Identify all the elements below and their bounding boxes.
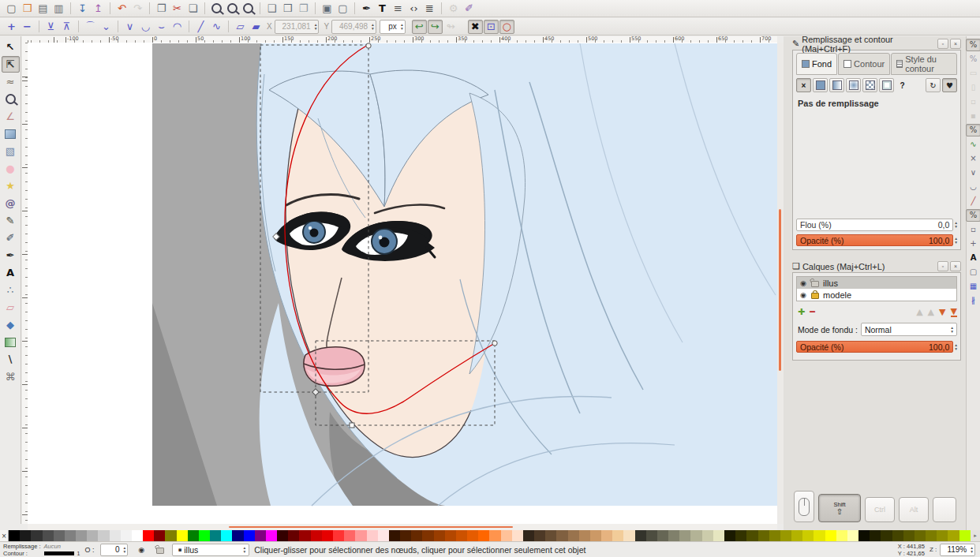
palette-swatch[interactable] xyxy=(501,530,512,541)
eye-icon[interactable]: ◉ xyxy=(799,279,807,287)
spinner-arrows-icon[interactable]: ▴▾ xyxy=(955,237,957,245)
palette-swatch[interactable] xyxy=(937,530,948,541)
tool-spray[interactable]: ∴ xyxy=(2,282,20,298)
palette-swatch[interactable] xyxy=(378,530,389,541)
palette-swatch[interactable] xyxy=(512,530,523,541)
palette-swatch[interactable] xyxy=(54,530,65,541)
tool-rect[interactable] xyxy=(2,125,20,142)
blur-input[interactable]: Flou (%) 0,0 xyxy=(796,219,953,231)
palette-swatch[interactable] xyxy=(43,530,54,541)
palette-swatch[interactable] xyxy=(221,530,232,541)
spinner-arrows-icon[interactable]: ▴▾ xyxy=(955,343,957,351)
palette-swatch[interactable] xyxy=(870,530,881,541)
panel-close-button[interactable]: × xyxy=(950,261,961,271)
palette-swatch[interactable] xyxy=(132,530,143,541)
palette-swatch[interactable] xyxy=(791,530,802,541)
snap-cusp-nodes[interactable]: ∨ xyxy=(966,166,980,179)
delete-layer-button[interactable]: ━ xyxy=(810,307,815,317)
object-opacity-input[interactable]: 0 ▴▾ xyxy=(100,544,128,556)
import[interactable]: ↧ xyxy=(75,2,90,16)
spinner-arrows-icon[interactable]: ▴▾ xyxy=(123,546,125,554)
palette-swatch[interactable] xyxy=(277,530,288,541)
node-auto[interactable]: ◠ xyxy=(170,20,185,34)
tab-contour[interactable]: Contour xyxy=(838,53,890,75)
blend-mode-select[interactable]: Normal ▴▾ xyxy=(861,323,957,336)
add-layer-button[interactable]: ✚ xyxy=(798,307,805,317)
fill-unknown-button[interactable]: ? xyxy=(896,79,909,92)
spinner-arrows-icon[interactable]: ▴▾ xyxy=(243,546,245,554)
show-transform-handles[interactable]: ✖ xyxy=(468,20,483,34)
palette-swatch[interactable] xyxy=(355,530,366,541)
tool-text[interactable]: A xyxy=(2,264,20,281)
new-document[interactable]: ▢ xyxy=(4,2,19,16)
layer-name[interactable]: illus xyxy=(823,278,838,288)
palette-swatch[interactable] xyxy=(110,530,121,541)
palette-swatch[interactable] xyxy=(467,530,478,541)
palette-swatch[interactable] xyxy=(489,530,500,541)
snap-nodes[interactable]: % xyxy=(966,124,980,136)
palette-swatch[interactable] xyxy=(892,530,903,541)
horizontal-scrollbar[interactable] xyxy=(28,524,777,530)
palette-swatch[interactable] xyxy=(400,530,411,541)
palette-swatch[interactable] xyxy=(143,530,154,541)
tool-calligraphy[interactable]: ✒ xyxy=(2,247,20,264)
unlink-clone[interactable]: ❐ xyxy=(296,2,311,16)
palette-swatch[interactable] xyxy=(411,530,422,541)
layer-row[interactable]: ◉illus xyxy=(797,277,956,289)
palette-swatch[interactable] xyxy=(434,530,445,541)
join-nodes[interactable]: ⊼ xyxy=(59,20,74,34)
tool-tweak[interactable]: ≈ xyxy=(2,73,20,90)
snap-other-points[interactable]: % xyxy=(966,209,980,222)
palette-swatch[interactable] xyxy=(478,530,489,541)
snap-path-intersections[interactable]: × xyxy=(966,152,980,165)
canvas-illustration[interactable] xyxy=(28,43,777,524)
palette-swatch[interactable] xyxy=(802,530,814,541)
layer-lock-toggle[interactable] xyxy=(153,543,167,557)
spinner-arrows-icon[interactable]: ▴▾ xyxy=(971,546,973,554)
horizontal-scrollbar-thumb[interactable] xyxy=(229,526,513,528)
palette-swatch[interactable] xyxy=(523,530,534,541)
palette-swatch[interactable] xyxy=(858,530,870,541)
palette-swatch[interactable] xyxy=(210,530,221,541)
delete-segment[interactable]: ⌄ xyxy=(99,20,114,34)
spinner-arrows-icon[interactable]: ▴▾ xyxy=(401,23,403,31)
palette-swatch[interactable] xyxy=(713,530,724,541)
layer-to-bottom-button[interactable]: ▼ xyxy=(951,308,957,317)
insert-node[interactable]: + xyxy=(4,20,19,34)
fill-stroke-indicator[interactable]: Remplissage : Aucun Contour : 1 xyxy=(3,543,80,557)
open-document[interactable]: ❒ xyxy=(20,2,35,16)
layer-name[interactable]: modele xyxy=(823,290,851,300)
save-document[interactable]: ▤ xyxy=(36,2,50,16)
palette-swatch[interactable] xyxy=(456,530,467,541)
export[interactable]: ↥ xyxy=(91,2,106,16)
tool-node[interactable]: ⇱ xyxy=(2,56,20,73)
spinner-arrows-icon[interactable]: ▴▾ xyxy=(955,221,957,229)
fill-pattern-button[interactable] xyxy=(862,78,877,92)
snap-guides[interactable]: ∦ xyxy=(966,294,980,307)
palette-swatch[interactable] xyxy=(98,530,109,541)
node-symmetric[interactable]: ⌣ xyxy=(154,20,169,34)
group[interactable]: ▣ xyxy=(320,2,335,16)
snap-grid[interactable]: ▦ xyxy=(966,280,980,293)
join-with-segment[interactable]: ⌒ xyxy=(83,20,98,34)
tool-zoom[interactable] xyxy=(2,91,20,107)
fill-rule-evenodd-button[interactable]: ↻ xyxy=(926,78,941,92)
lock-icon[interactable] xyxy=(811,293,819,299)
duplicate[interactable]: ❑ xyxy=(264,2,279,16)
palette-swatch[interactable] xyxy=(590,530,601,541)
lips[interactable] xyxy=(304,347,365,386)
tool-gradient[interactable] xyxy=(2,334,20,350)
palette-swatch[interactable] xyxy=(389,530,400,541)
layer-row[interactable]: ◉modele xyxy=(797,289,956,301)
panel-collapse-button[interactable]: ▫ xyxy=(937,39,948,49)
tool-3dbox[interactable]: ▧ xyxy=(2,143,20,159)
palette-swatch[interactable] xyxy=(31,530,42,541)
cut[interactable]: ✂ xyxy=(170,2,185,16)
palette-swatch[interactable] xyxy=(165,530,176,541)
tool-connector[interactable]: ⌘ xyxy=(2,368,20,385)
eye-icon[interactable]: ◉ xyxy=(799,291,807,299)
spinner-arrows-icon[interactable]: ▴▾ xyxy=(315,23,317,31)
palette-swatch[interactable] xyxy=(623,530,634,541)
tool-bezier[interactable]: ✐ xyxy=(2,230,20,246)
palette-scroll-arrow-icon[interactable]: ▸ xyxy=(971,530,980,541)
